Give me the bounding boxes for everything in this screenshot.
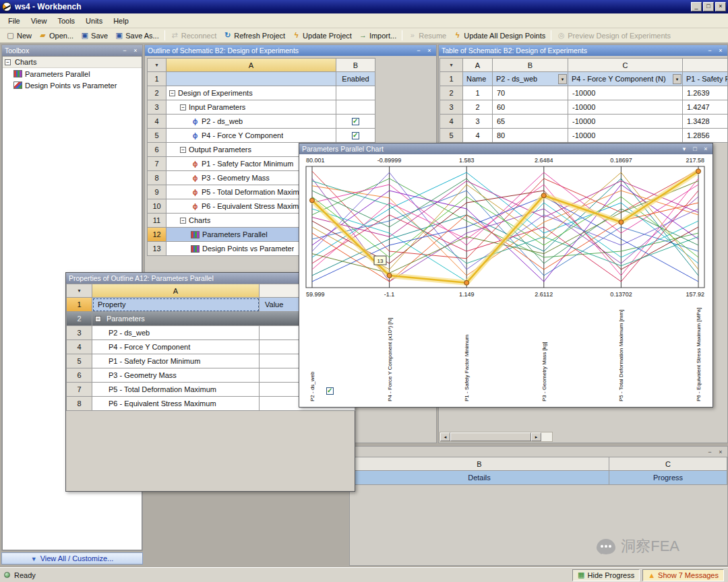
- outline-row-4[interactable]: 4P2 - ds_web: [148, 115, 375, 129]
- properties-cell-a: P3 - Geometry Mass: [92, 368, 260, 383]
- parameters-parallel-chart-icon: [13, 70, 22, 77]
- toolbox-item-label: Design Points vs Parameter: [25, 82, 117, 90]
- doe-cell: 70: [493, 86, 568, 100]
- toolbar-label: Import...: [369, 32, 396, 40]
- outline-minimize-icon[interactable]: [415, 47, 423, 54]
- outline-row-1[interactable]: 1Enabled: [148, 72, 375, 86]
- doe-cell: 3: [463, 115, 493, 129]
- enabled-checkbox[interactable]: [352, 132, 359, 139]
- filter-arrow-icon[interactable]: [67, 284, 92, 298]
- output-param-icon: [191, 188, 200, 197]
- progress-close-icon[interactable]: [717, 449, 725, 455]
- output-param-icon: [191, 202, 200, 211]
- outline-cell-b: [336, 100, 375, 115]
- chart-checkbox[interactable]: [326, 387, 334, 395]
- show-messages-button[interactable]: Show 7 Messages: [642, 569, 724, 581]
- doe-table-minimize-icon[interactable]: [706, 47, 714, 54]
- chart-window-header[interactable]: Parameters Parallel Chart: [299, 143, 712, 154]
- axis-name-label: P5 - Total Deformation Maximum [mm]: [618, 310, 624, 401]
- chart-window: Parameters Parallel Chart 80.00159.999P2…: [299, 143, 713, 408]
- toolbar-update-all-design-points-button[interactable]: Update All Design Points: [450, 30, 549, 41]
- toolbox-close-icon[interactable]: [131, 47, 140, 54]
- dropdown-arrow-icon[interactable]: [558, 74, 567, 84]
- chart-close-icon[interactable]: [702, 146, 710, 152]
- outline-cell-b[interactable]: [336, 115, 375, 129]
- menu-view[interactable]: View: [26, 15, 53, 27]
- toolbar-save-button[interactable]: Save: [77, 30, 111, 41]
- menu-help[interactable]: Help: [108, 15, 134, 27]
- toolbar-import-button[interactable]: Import...: [355, 30, 400, 41]
- scroll-left-icon[interactable]: [440, 432, 450, 441]
- reconnect-icon: [171, 31, 179, 40]
- scrollbar-thumb[interactable]: [450, 432, 531, 441]
- toolbox-item-design-points-vs-parameter[interactable]: Design Points vs Parameter: [3, 79, 142, 91]
- outline-row-2[interactable]: 2Design of Experiments: [148, 86, 375, 100]
- enabled-checkbox[interactable]: [352, 118, 359, 125]
- view-all-customize-button[interactable]: View All / Customize...: [1, 552, 143, 564]
- axis-name-label: P3 - Geometry Mass [kg]: [541, 342, 547, 401]
- outline-row-5[interactable]: 5P4 - Force Y Component: [148, 129, 375, 143]
- toolbar-separator: [551, 30, 551, 40]
- expander-icon[interactable]: [180, 218, 186, 224]
- toolbar-update-project-button[interactable]: Update Project: [289, 30, 355, 41]
- expander-icon[interactable]: [169, 90, 175, 96]
- toolbar-label: Resume: [419, 32, 446, 40]
- outline-row-3[interactable]: 3Input Parameters: [148, 100, 375, 115]
- horizontal-scrollbar[interactable]: [439, 432, 553, 442]
- expander-icon[interactable]: [5, 59, 11, 65]
- progress-minimize-icon[interactable]: [706, 449, 714, 455]
- toolbox-item-parameters-parallel[interactable]: Parameters Parallel: [3, 68, 142, 79]
- properties-window-title: Properties of Outline A12: Parameters Pa…: [69, 274, 214, 282]
- filter-arrow-icon[interactable]: [148, 59, 166, 72]
- design-points-chart-icon: [13, 82, 22, 89]
- chart-plot[interactable]: 80.00159.999P2 - ds_web-0.89999-1.1P4 - …: [299, 154, 712, 408]
- doe-cell: 1: [463, 86, 493, 100]
- expander-icon[interactable]: [180, 147, 186, 153]
- filter-arrow-icon[interactable]: [440, 59, 463, 72]
- maximize-button[interactable]: [703, 2, 714, 11]
- toolbox-minimize-icon[interactable]: [121, 47, 129, 54]
- view-all-customize-label: View All / Customize...: [40, 554, 114, 562]
- expander-icon[interactable]: [180, 104, 186, 110]
- axis-name-label: P4 - Force Y Component (x10⁴) [N]: [387, 317, 393, 401]
- scroll-right-icon[interactable]: [531, 432, 541, 441]
- dropdown-arrow-icon[interactable]: [673, 74, 681, 84]
- outline-close-icon[interactable]: [425, 47, 433, 54]
- input-param-icon: [191, 117, 200, 126]
- toolbar-new-button[interactable]: New: [3, 30, 35, 41]
- toolbox-group-charts[interactable]: Charts: [3, 57, 142, 68]
- outline-cell-b[interactable]: [336, 129, 375, 143]
- doe-table-close-icon[interactable]: [717, 47, 725, 54]
- menu-tools[interactable]: Tools: [52, 15, 80, 27]
- row-number: 6: [148, 143, 166, 157]
- chart-menu-icon[interactable]: [680, 146, 688, 152]
- outline-cell-a: [166, 72, 336, 86]
- hide-progress-label: Hide Progress: [588, 571, 635, 579]
- doe-param-head-label: P2 - ds_web: [496, 75, 537, 83]
- properties-cell-a: P6 - Equivalent Stress Maximum: [92, 397, 260, 411]
- outline-label: Output Parameters: [189, 146, 251, 154]
- doe-param-head-cell: Name: [463, 72, 493, 86]
- menu-file[interactable]: File: [3, 15, 26, 27]
- minimize-button[interactable]: [691, 2, 702, 11]
- toolbar-label: New: [17, 32, 32, 40]
- doe-row-3[interactable]: 3260-100001.4247: [440, 100, 728, 115]
- expander-icon[interactable]: [95, 316, 101, 322]
- doe-row-4[interactable]: 4365-100001.3428: [440, 115, 728, 129]
- close-button[interactable]: [715, 2, 726, 11]
- chart-window-title: Parameters Parallel Chart: [302, 145, 384, 153]
- doe-row-5[interactable]: 5480-100001.2856: [440, 129, 728, 143]
- chart-restore-icon[interactable]: [691, 146, 699, 152]
- toolbar-refresh-project-button[interactable]: Refresh Project: [220, 30, 289, 41]
- toolbar-save-as-button[interactable]: Save As...: [111, 30, 162, 41]
- doe-row-2[interactable]: 2170-100001.2639: [440, 86, 728, 100]
- axis-top-label: -0.89999: [377, 157, 402, 164]
- toolbar-open-button[interactable]: Open...: [35, 30, 77, 41]
- hide-progress-button[interactable]: Hide Progress: [572, 569, 640, 581]
- watermark-text: 洞察FEA: [621, 536, 679, 556]
- save-as-floppy-icon: [115, 31, 123, 40]
- menu-units[interactable]: Units: [80, 15, 108, 27]
- row-number: 7: [148, 157, 166, 171]
- doe-param-head-cell: P4 - Force Y Component (N): [568, 72, 683, 86]
- row-number: 7: [67, 383, 92, 397]
